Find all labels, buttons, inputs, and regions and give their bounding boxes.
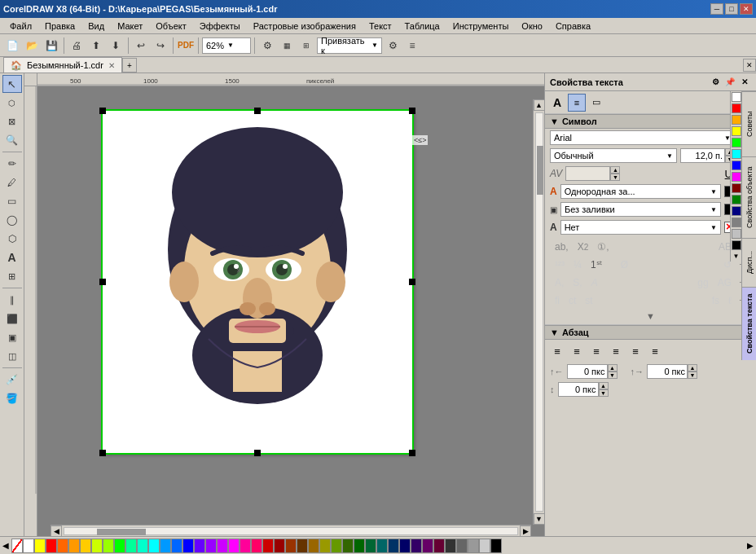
- palette-color-1[interactable]: [34, 539, 46, 553]
- options-button[interactable]: ⚙: [384, 37, 402, 55]
- color-strip-yellow[interactable]: [732, 126, 741, 136]
- rect-tool[interactable]: ▭: [2, 192, 22, 210]
- palette-color-35[interactable]: [422, 539, 433, 553]
- st-ligature[interactable]: st: [582, 293, 596, 308]
- kerning-down[interactable]: ▼: [610, 174, 620, 181]
- color-strip-darkblue[interactable]: [732, 206, 741, 216]
- ordinal-btn[interactable]: ①,: [594, 240, 612, 254]
- numerals-btn[interactable]: ¹²³: [552, 257, 568, 272]
- palette-color-33[interactable]: [399, 539, 411, 553]
- superscript-btn[interactable]: X2: [574, 240, 592, 254]
- char-format-btn[interactable]: A: [548, 94, 566, 112]
- space-after-up[interactable]: ▲: [688, 364, 697, 372]
- color-strip-gray[interactable]: [732, 218, 741, 227]
- palette-color-29[interactable]: [354, 539, 365, 553]
- palette-color-15[interactable]: [194, 539, 205, 553]
- palette-color-28[interactable]: [342, 539, 354, 553]
- close-button[interactable]: ✕: [740, 3, 753, 15]
- palette-color-9[interactable]: [125, 539, 137, 553]
- symbol-section-header[interactable]: ▼ Символ: [545, 114, 756, 129]
- settings-button[interactable]: ⚙: [258, 37, 276, 55]
- menu-layout[interactable]: Макет: [111, 20, 149, 33]
- minimize-button[interactable]: ─: [710, 3, 723, 15]
- side-tab-tips[interactable]: Советы: [742, 91, 756, 156]
- palette-color-34[interactable]: [411, 539, 422, 553]
- text-tool[interactable]: A: [2, 248, 22, 266]
- handle-bl[interactable]: [99, 450, 106, 456]
- canvas-area[interactable]: 500 1000 1500 пикселей: [24, 73, 544, 536]
- import-button[interactable]: ⬆: [87, 37, 105, 55]
- smartdraw-tool[interactable]: 🖊: [2, 174, 22, 191]
- double-g-btn[interactable]: gg: [694, 275, 711, 290]
- fraction-btn[interactable]: ¼: [570, 257, 585, 272]
- polygon-tool[interactable]: ⬡: [2, 230, 22, 248]
- palette-color-5[interactable]: [80, 539, 91, 553]
- paragraph-section-header[interactable]: ▼ Абзац: [545, 325, 756, 340]
- ellipse-tool[interactable]: ◯: [2, 211, 22, 229]
- canvas-viewport[interactable]: × <≤> ◀: [37, 86, 544, 536]
- side-tab-dispatch[interactable]: Дисп...: [742, 238, 756, 287]
- color-strip-blue[interactable]: [732, 160, 741, 170]
- open-button[interactable]: 📂: [23, 37, 41, 55]
- palette-color-16[interactable]: [205, 539, 217, 553]
- palette-color-24[interactable]: [297, 539, 308, 553]
- align-justify-btn[interactable]: ≡: [607, 342, 625, 360]
- palette-color-38[interactable]: [456, 539, 468, 553]
- scroll-horizontal[interactable]: ◀ ▶: [51, 525, 531, 536]
- handle-br[interactable]: [409, 450, 415, 456]
- palette-color-26[interactable]: [319, 539, 331, 553]
- palette-color-10[interactable]: [137, 539, 148, 553]
- select-tool[interactable]: ↖: [2, 75, 22, 93]
- align-force-btn[interactable]: ≡: [626, 342, 644, 360]
- font-name-dropdown[interactable]: Arial ▼: [550, 130, 735, 145]
- space-before-up[interactable]: ▲: [608, 364, 618, 372]
- menu-object[interactable]: Объект: [149, 20, 192, 33]
- color-strip-more[interactable]: ▼: [731, 251, 741, 262]
- slash-zero-btn[interactable]: Ø: [618, 257, 631, 272]
- menu-bitmaps[interactable]: Растровые изображения: [247, 20, 363, 33]
- shadow-tool[interactable]: ▣: [2, 328, 22, 346]
- side-tab-text-props[interactable]: Свойства текста: [742, 287, 756, 360]
- small-caps-btn[interactable]: A,: [552, 275, 567, 290]
- palette-color-2[interactable]: [46, 539, 57, 553]
- menu-file[interactable]: Файл: [3, 20, 38, 33]
- parallel-tool[interactable]: ∥: [2, 291, 22, 309]
- menu-edit[interactable]: Правка: [38, 20, 81, 33]
- doc-tab-close[interactable]: ✕: [108, 61, 115, 70]
- ordinals2-btn[interactable]: 1ˢᵗ: [587, 257, 606, 272]
- handle-tr[interactable]: [409, 108, 415, 114]
- scroll-track-h[interactable]: [64, 527, 518, 535]
- handle-bm[interactable]: [254, 450, 261, 456]
- more-features-btn[interactable]: ▼: [548, 310, 753, 323]
- palette-color-25[interactable]: [308, 539, 319, 553]
- special-button[interactable]: PDF: [177, 37, 195, 55]
- ell-ligature[interactable]: ℓ: [725, 293, 735, 308]
- font-style-dropdown[interactable]: Обычный ▼: [550, 148, 677, 163]
- color-strip-white[interactable]: [732, 92, 741, 102]
- menu-tools[interactable]: Инструменты: [446, 20, 516, 33]
- palette-scroll-left[interactable]: ◀: [0, 537, 11, 555]
- palette-color-4[interactable]: [68, 539, 80, 553]
- menu-view[interactable]: Вид: [81, 20, 111, 33]
- panel-close-btn[interactable]: ✕: [738, 76, 751, 89]
- palette-color-3[interactable]: [57, 539, 68, 553]
- palette-color-18[interactable]: [228, 539, 240, 553]
- connector-tool[interactable]: ⬛: [2, 310, 22, 328]
- palette-color-8[interactable]: [114, 539, 125, 553]
- color-strip-cyan[interactable]: [732, 149, 741, 159]
- palette-color-6[interactable]: [91, 539, 103, 553]
- fill-tool[interactable]: 🪣: [2, 389, 22, 407]
- space-before-down[interactable]: ▼: [608, 372, 618, 379]
- color-strip-red[interactable]: [732, 103, 741, 113]
- menu-text[interactable]: Текст: [363, 20, 398, 33]
- menu-effects[interactable]: Эффекты: [193, 20, 247, 33]
- line-spacing-down[interactable]: ▼: [599, 389, 609, 397]
- doc-tab[interactable]: 🏠 Безымянный-1.cdr ✕: [3, 57, 122, 73]
- frame-format-btn[interactable]: ▭: [587, 94, 605, 112]
- palette-color-32[interactable]: [388, 539, 399, 553]
- space-after-down[interactable]: ▼: [688, 372, 697, 379]
- palette-color-20[interactable]: [251, 539, 262, 553]
- palette-color-27[interactable]: [331, 539, 342, 553]
- color-strip-darkgreen[interactable]: [732, 195, 741, 204]
- palette-color-7[interactable]: [103, 539, 114, 553]
